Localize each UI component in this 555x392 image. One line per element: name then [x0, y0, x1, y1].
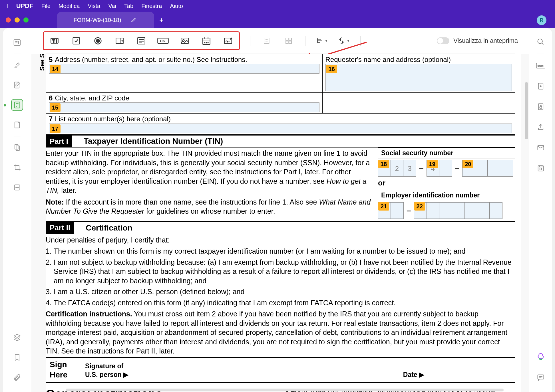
- ein-cell[interactable]: [391, 203, 403, 219]
- window-minimize-button[interactable]: [15, 17, 20, 23]
- grid-arrange-icon[interactable]: [282, 35, 295, 47]
- svg-text:T I: T I: [53, 39, 57, 43]
- svg-point-47: [340, 39, 341, 40]
- menu-tab[interactable]: Tab: [124, 3, 133, 9]
- checkbox-tool[interactable]: [70, 35, 83, 47]
- listbox-tool[interactable]: [135, 35, 148, 47]
- address-field[interactable]: 14: [49, 64, 319, 74]
- sign-row: SignHere Signature of U.S. person ▶ Date…: [46, 357, 515, 383]
- apple-logo-icon[interactable]: : [6, 2, 8, 10]
- app-name[interactable]: UPDF: [16, 2, 33, 10]
- ssn-cell[interactable]: [500, 160, 513, 176]
- email-icon[interactable]: [535, 142, 547, 154]
- window-maximize-button[interactable]: [23, 17, 29, 23]
- svg-rect-60: [539, 166, 542, 167]
- part1-paragraph: Enter your TIN in the appropriate box. T…: [46, 147, 372, 196]
- document-tab[interactable]: FORM-W9-(10-18): [57, 12, 154, 28]
- ssn-cell[interactable]: 3: [403, 160, 416, 176]
- menu-edit[interactable]: Modifica: [59, 3, 80, 9]
- ssn-cell[interactable]: [439, 160, 452, 176]
- ein-cell[interactable]: [490, 203, 502, 219]
- protect-icon[interactable]: [535, 101, 547, 113]
- cert-instructions: Certification instructions. You must cro…: [46, 308, 515, 357]
- crop-icon[interactable]: [11, 161, 23, 173]
- svg-rect-28: [203, 38, 210, 45]
- vertical-scrollbar[interactable]: [525, 82, 528, 139]
- left-sidebar: [3, 28, 31, 392]
- date-field-tool[interactable]: [200, 35, 213, 47]
- edit-text-icon[interactable]: [11, 79, 23, 91]
- dropdown-tool[interactable]: [113, 35, 126, 47]
- organize-pages-icon[interactable]: [11, 119, 23, 131]
- signature-label2: U.S. person ▶: [85, 371, 128, 379]
- signature-field-tool[interactable]: [222, 35, 234, 47]
- chevron-down-icon: ▼: [325, 39, 328, 43]
- attachment-icon[interactable]: [11, 371, 23, 383]
- tools-settings-icon[interactable]: ▼: [337, 35, 350, 47]
- form-toolbar: T I OK ▼ ▼ Visualizza in anteprima: [31, 28, 529, 54]
- ein-cell[interactable]: [452, 203, 464, 219]
- field-label: List account number(s) here (optional): [55, 115, 171, 123]
- ein-cell[interactable]: [427, 203, 439, 219]
- horizontal-scrollbar[interactable]: [66, 389, 504, 391]
- menu-view[interactable]: Vista: [88, 3, 100, 9]
- svg-rect-11: [16, 146, 19, 150]
- city-field[interactable]: 15: [49, 102, 319, 112]
- text-field-tool[interactable]: T I: [48, 35, 61, 47]
- field-label: City, state, and ZIP code: [55, 94, 129, 102]
- svg-point-48: [342, 42, 343, 43]
- share-icon[interactable]: [535, 121, 547, 133]
- date-label: Date ▶: [403, 371, 424, 379]
- field-label: Address (number, street, and apt. or sui…: [55, 56, 247, 63]
- requester-field[interactable]: 16: [325, 64, 512, 91]
- image-field-tool[interactable]: [178, 35, 191, 47]
- ssn-cell[interactable]: [488, 160, 500, 176]
- form-mode-icon[interactable]: [11, 99, 23, 111]
- comments-icon[interactable]: [535, 371, 547, 383]
- field-badge-20: 20: [462, 160, 473, 168]
- radio-tool[interactable]: [92, 35, 104, 47]
- button-tool[interactable]: OK: [157, 35, 169, 47]
- ssn-label: Social security number: [378, 147, 515, 159]
- ssn-cell[interactable]: [475, 160, 488, 176]
- svg-rect-10: [15, 145, 18, 149]
- ein-cell[interactable]: [439, 203, 452, 219]
- menu-window[interactable]: Finestra: [141, 3, 162, 9]
- highlighter-icon[interactable]: [11, 59, 23, 71]
- ein-cell[interactable]: [477, 203, 490, 219]
- menu-file[interactable]: File: [41, 3, 51, 9]
- search-icon[interactable]: [535, 36, 547, 48]
- align-tool[interactable]: ▼: [316, 35, 328, 47]
- ocr-icon[interactable]: OCR: [535, 60, 547, 72]
- svg-point-50: [538, 39, 542, 44]
- ein-cell[interactable]: [464, 203, 477, 219]
- traffic-lights: [6, 17, 29, 23]
- svg-point-59: [540, 168, 542, 170]
- pencil-icon[interactable]: [130, 16, 138, 24]
- page-tools-icon[interactable]: [11, 142, 23, 153]
- user-avatar[interactable]: R: [537, 15, 546, 25]
- menu-help[interactable]: Aiuto: [170, 3, 183, 9]
- cert-intro: Under penalties of perjury, I certify th…: [46, 234, 515, 246]
- bookmark-icon[interactable]: [11, 351, 23, 363]
- svg-rect-41: [286, 41, 288, 44]
- field-badge-19: 19: [427, 160, 438, 168]
- account-numbers-field[interactable]: 17: [49, 124, 512, 133]
- window-close-button[interactable]: [6, 17, 11, 23]
- requester-label: Requester's name and address (optional): [325, 56, 451, 63]
- new-tab-button[interactable]: +: [159, 16, 164, 25]
- redact-icon[interactable]: [11, 181, 23, 193]
- svg-point-34: [208, 43, 208, 43]
- menu-go[interactable]: Vai: [108, 3, 116, 9]
- ssn-cell[interactable]: 2: [391, 160, 403, 176]
- save-icon[interactable]: [535, 162, 547, 174]
- reader-mode-icon[interactable]: [11, 37, 23, 49]
- layers-icon[interactable]: [11, 332, 23, 343]
- pdf-page: 5Address (number, street, and apt. or su…: [46, 54, 521, 392]
- form-alignment-icon[interactable]: [261, 35, 273, 47]
- convert-icon[interactable]: [535, 80, 547, 92]
- preview-toggle[interactable]: [437, 37, 449, 44]
- document-viewport[interactable]: See S 5Address (number, street, and apt.…: [31, 54, 529, 392]
- svg-rect-57: [538, 146, 544, 150]
- ai-assistant-icon[interactable]: [535, 351, 547, 363]
